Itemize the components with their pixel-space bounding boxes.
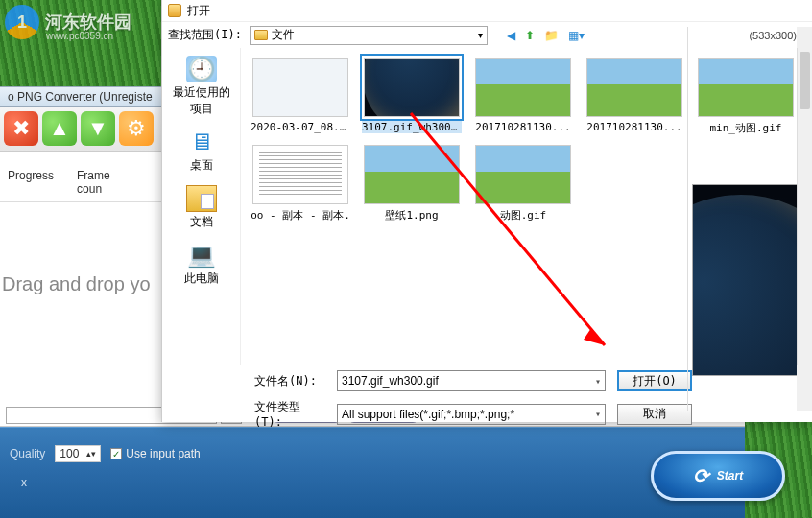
- use-input-path-checkbox[interactable]: ✓: [110, 448, 122, 459]
- file-name: 201710281130...: [473, 121, 573, 133]
- file-name: 壁纸1.png: [362, 208, 462, 223]
- file-name: 2020-03-07_08...: [251, 121, 350, 133]
- file-name: oo - 副本 - 副本.: [251, 208, 350, 223]
- refresh-icon: ⟳: [693, 464, 709, 487]
- file-thumbnail: [252, 145, 348, 204]
- down-button[interactable]: ▼: [81, 111, 115, 146]
- file-thumbnail: [364, 145, 460, 204]
- quality-row: Quality 100▴▾ ✓ Use input path: [10, 445, 201, 462]
- start-button[interactable]: ⟳ Start: [651, 451, 785, 501]
- file-item[interactable]: 3107.gif_wh300.gif: [360, 58, 464, 135]
- places-sidebar: 🕘 最近使用的项目 🖥 桌面 文档 💻 此电脑: [162, 48, 241, 365]
- file-item[interactable]: oo - 副本 - 副本.: [249, 145, 352, 223]
- place-desktop[interactable]: 🖥 桌面: [168, 129, 235, 174]
- col-progress: Progress: [8, 169, 54, 196]
- file-thumbnail: [475, 58, 571, 117]
- preview-pane: [687, 27, 812, 411]
- filetype-combo[interactable]: All support files(*.gif;*.bmp;*.png;*: [337, 404, 606, 425]
- toolbar: ✖ ▲ ▼ ⚙: [0, 107, 163, 152]
- place-pc[interactable]: 💻 此电脑: [168, 242, 235, 287]
- preview-image: [692, 184, 809, 376]
- open-file-dialog: 打开 查找范围(I): 文件 ▾ ◀ ⬆ 📁 ▦▾ (533x300) 🕘 最近…: [161, 0, 812, 422]
- col-framecount: Frame coun: [77, 169, 132, 196]
- logo-icon: [5, 5, 39, 39]
- column-headers: Progress Frame coun: [0, 163, 163, 202]
- desktop-icon: 🖥: [186, 129, 217, 155]
- lookup-value: 文件: [272, 27, 295, 43]
- nav-newfolder-icon[interactable]: 📁: [544, 29, 559, 42]
- use-input-path-label: Use input path: [126, 447, 200, 460]
- quality-spinner[interactable]: 100▴▾: [55, 445, 101, 462]
- cancel-button[interactable]: 取消: [617, 404, 692, 425]
- filename-combo[interactable]: 3107.gif_wh300.gif: [337, 370, 606, 391]
- folder-icon: [168, 4, 181, 17]
- app-title: o PNG Converter (Unregiste: [8, 90, 153, 104]
- pc-icon: 💻: [186, 242, 217, 269]
- chevron-down-icon: ▾: [478, 30, 483, 40]
- x-label: x: [21, 476, 27, 489]
- file-thumbnail: [475, 145, 571, 204]
- file-item[interactable]: 2020-03-07_08...: [249, 58, 352, 135]
- place-documents[interactable]: 文档: [168, 185, 235, 230]
- settings-button[interactable]: ⚙: [119, 111, 154, 146]
- nav-up-icon[interactable]: ⬆: [525, 29, 535, 42]
- folder-mini-icon: [254, 30, 268, 40]
- file-thumbnail: [586, 58, 682, 117]
- file-item[interactable]: 201710281130...: [471, 58, 575, 135]
- file-thumbnail: [364, 58, 460, 117]
- lookup-label: 查找范围(I):: [168, 27, 242, 43]
- dialog-title: 打开: [187, 3, 210, 19]
- open-button[interactable]: 打开(O): [617, 370, 692, 391]
- drag-drop-hint: Drag and drop yo: [2, 273, 151, 295]
- dialog-titlebar: 打开: [162, 0, 812, 21]
- lookup-combo[interactable]: 文件 ▾: [250, 26, 488, 45]
- recent-icon: 🕘: [186, 56, 217, 82]
- place-recent[interactable]: 🕘 最近使用的项目: [168, 56, 235, 117]
- file-item[interactable]: 201710281130...: [583, 58, 686, 135]
- watermark-url: www.pc0359.cn: [46, 31, 113, 41]
- quality-label: Quality: [10, 447, 45, 460]
- filetype-label: 文件类型(T):: [254, 399, 325, 429]
- remove-button[interactable]: ✖: [4, 111, 38, 146]
- file-thumbnail: [252, 58, 348, 117]
- start-label: Start: [717, 469, 743, 483]
- file-scrollbar[interactable]: [797, 48, 812, 365]
- file-item[interactable]: 动图.gif: [471, 145, 575, 223]
- nav-back-icon[interactable]: ◀: [507, 29, 515, 42]
- documents-icon: [186, 185, 217, 212]
- scrollbar-thumb[interactable]: [800, 52, 810, 109]
- file-name: 动图.gif: [473, 208, 573, 223]
- file-name: 3107.gif_wh300.gif: [362, 121, 462, 133]
- filename-label: 文件名(N):: [254, 373, 325, 389]
- file-item[interactable]: 壁纸1.png: [360, 145, 464, 223]
- file-name: 201710281130...: [585, 121, 684, 133]
- nav-viewmenu-icon[interactable]: ▦▾: [568, 29, 585, 42]
- up-button[interactable]: ▲: [42, 111, 77, 146]
